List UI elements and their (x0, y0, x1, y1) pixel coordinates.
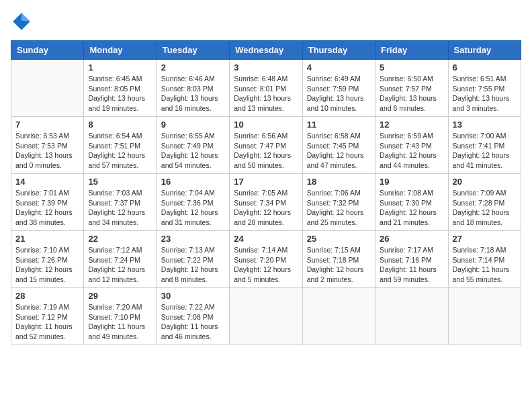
day-cell (230, 288, 302, 345)
day-number: 19 (380, 177, 443, 187)
day-cell: 19Sunrise: 7:08 AM Sunset: 7:30 PM Dayli… (375, 174, 448, 231)
page-header (11, 11, 521, 32)
day-cell: 3Sunrise: 6:48 AM Sunset: 8:01 PM Daylig… (230, 60, 302, 117)
calendar-table: SundayMondayTuesdayWednesdayThursdayFrid… (11, 40, 521, 345)
day-number: 2 (161, 62, 225, 73)
day-number: 18 (307, 177, 371, 187)
day-info: Sunrise: 6:45 AM Sunset: 8:05 PM Dayligh… (88, 74, 152, 113)
day-info: Sunrise: 7:08 AM Sunset: 7:30 PM Dayligh… (380, 188, 443, 228)
day-info: Sunrise: 6:50 AM Sunset: 7:57 PM Dayligh… (380, 74, 443, 113)
day-info: Sunrise: 7:03 AM Sunset: 7:37 PM Dayligh… (88, 188, 152, 228)
day-cell: 29Sunrise: 7:20 AM Sunset: 7:10 PM Dayli… (84, 288, 157, 345)
day-number: 28 (15, 291, 79, 301)
day-number: 27 (453, 234, 517, 244)
day-number: 12 (380, 120, 443, 130)
day-cell: 4Sunrise: 6:49 AM Sunset: 7:59 PM Daylig… (302, 60, 375, 117)
day-cell: 22Sunrise: 7:12 AM Sunset: 7:24 PM Dayli… (84, 231, 157, 288)
day-info: Sunrise: 7:06 AM Sunset: 7:32 PM Dayligh… (307, 188, 371, 228)
day-number: 3 (234, 62, 298, 73)
day-info: Sunrise: 6:46 AM Sunset: 8:03 PM Dayligh… (161, 74, 225, 113)
day-info: Sunrise: 6:51 AM Sunset: 7:55 PM Dayligh… (453, 74, 517, 113)
weekday-header: Monday (84, 41, 157, 60)
day-number: 14 (15, 177, 79, 187)
day-number: 8 (88, 120, 152, 130)
day-info: Sunrise: 7:01 AM Sunset: 7:39 PM Dayligh… (15, 188, 79, 228)
day-info: Sunrise: 6:53 AM Sunset: 7:53 PM Dayligh… (15, 131, 79, 171)
day-number: 25 (307, 234, 371, 244)
day-number: 6 (453, 62, 517, 73)
day-cell: 20Sunrise: 7:09 AM Sunset: 7:28 PM Dayli… (448, 174, 521, 231)
day-info: Sunrise: 6:59 AM Sunset: 7:43 PM Dayligh… (380, 131, 443, 171)
day-info: Sunrise: 7:05 AM Sunset: 7:34 PM Dayligh… (234, 188, 298, 228)
day-number: 17 (234, 177, 298, 187)
day-number: 30 (161, 291, 225, 301)
day-cell (448, 288, 521, 345)
day-number: 5 (380, 62, 443, 73)
day-cell: 2Sunrise: 6:46 AM Sunset: 8:03 PM Daylig… (157, 60, 229, 117)
day-info: Sunrise: 7:12 AM Sunset: 7:24 PM Dayligh… (88, 245, 152, 285)
day-info: Sunrise: 6:58 AM Sunset: 7:45 PM Dayligh… (307, 131, 371, 171)
weekday-header: Thursday (302, 41, 375, 60)
day-cell: 24Sunrise: 7:14 AM Sunset: 7:20 PM Dayli… (230, 231, 302, 288)
day-number: 4 (307, 62, 371, 73)
logo (11, 11, 35, 32)
week-row: 21Sunrise: 7:10 AM Sunset: 7:26 PM Dayli… (11, 231, 521, 288)
day-cell: 8Sunrise: 6:54 AM Sunset: 7:51 PM Daylig… (84, 117, 157, 174)
weekday-header: Wednesday (230, 41, 302, 60)
week-row: 1Sunrise: 6:45 AM Sunset: 8:05 PM Daylig… (11, 60, 521, 117)
weekday-header: Tuesday (157, 41, 229, 60)
day-cell: 16Sunrise: 7:04 AM Sunset: 7:36 PM Dayli… (157, 174, 229, 231)
day-info: Sunrise: 7:19 AM Sunset: 7:12 PM Dayligh… (15, 302, 79, 342)
day-number: 26 (380, 234, 443, 244)
day-info: Sunrise: 7:15 AM Sunset: 7:18 PM Dayligh… (307, 245, 371, 285)
day-info: Sunrise: 7:20 AM Sunset: 7:10 PM Dayligh… (88, 302, 152, 342)
weekday-header: Sunday (11, 41, 84, 60)
day-cell: 25Sunrise: 7:15 AM Sunset: 7:18 PM Dayli… (302, 231, 375, 288)
day-number: 15 (88, 177, 152, 187)
day-number: 23 (161, 234, 225, 244)
day-cell: 27Sunrise: 7:18 AM Sunset: 7:14 PM Dayli… (448, 231, 521, 288)
day-info: Sunrise: 6:55 AM Sunset: 7:49 PM Dayligh… (161, 131, 225, 171)
day-cell: 23Sunrise: 7:13 AM Sunset: 7:22 PM Dayli… (157, 231, 229, 288)
day-number: 13 (453, 120, 517, 130)
day-info: Sunrise: 7:14 AM Sunset: 7:20 PM Dayligh… (234, 245, 298, 285)
weekday-header: Friday (375, 41, 448, 60)
day-info: Sunrise: 7:00 AM Sunset: 7:41 PM Dayligh… (453, 131, 517, 171)
day-cell: 14Sunrise: 7:01 AM Sunset: 7:39 PM Dayli… (11, 174, 84, 231)
day-info: Sunrise: 7:17 AM Sunset: 7:16 PM Dayligh… (380, 245, 443, 285)
day-info: Sunrise: 7:13 AM Sunset: 7:22 PM Dayligh… (161, 245, 225, 285)
weekday-header: Saturday (448, 41, 521, 60)
day-info: Sunrise: 6:48 AM Sunset: 8:01 PM Dayligh… (234, 74, 298, 113)
day-number: 16 (161, 177, 225, 187)
day-cell: 17Sunrise: 7:05 AM Sunset: 7:34 PM Dayli… (230, 174, 302, 231)
day-info: Sunrise: 6:49 AM Sunset: 7:59 PM Dayligh… (307, 74, 371, 113)
day-cell: 7Sunrise: 6:53 AM Sunset: 7:53 PM Daylig… (11, 117, 84, 174)
day-number: 24 (234, 234, 298, 244)
day-info: Sunrise: 7:04 AM Sunset: 7:36 PM Dayligh… (161, 188, 225, 228)
day-info: Sunrise: 7:09 AM Sunset: 7:28 PM Dayligh… (453, 188, 517, 228)
weekday-header-row: SundayMondayTuesdayWednesdayThursdayFrid… (11, 41, 521, 60)
day-cell: 18Sunrise: 7:06 AM Sunset: 7:32 PM Dayli… (302, 174, 375, 231)
day-number: 10 (234, 120, 298, 130)
day-cell: 1Sunrise: 6:45 AM Sunset: 8:05 PM Daylig… (84, 60, 157, 117)
day-cell (11, 60, 84, 117)
day-cell: 10Sunrise: 6:56 AM Sunset: 7:47 PM Dayli… (230, 117, 302, 174)
day-number: 21 (15, 234, 79, 244)
day-number: 1 (88, 62, 152, 73)
day-number: 29 (88, 291, 152, 301)
day-cell: 26Sunrise: 7:17 AM Sunset: 7:16 PM Dayli… (375, 231, 448, 288)
day-cell: 13Sunrise: 7:00 AM Sunset: 7:41 PM Dayli… (448, 117, 521, 174)
day-cell: 21Sunrise: 7:10 AM Sunset: 7:26 PM Dayli… (11, 231, 84, 288)
day-cell: 28Sunrise: 7:19 AM Sunset: 7:12 PM Dayli… (11, 288, 84, 345)
day-info: Sunrise: 7:10 AM Sunset: 7:26 PM Dayligh… (15, 245, 79, 285)
day-cell: 15Sunrise: 7:03 AM Sunset: 7:37 PM Dayli… (84, 174, 157, 231)
week-row: 14Sunrise: 7:01 AM Sunset: 7:39 PM Dayli… (11, 174, 521, 231)
svg-marker-1 (21, 13, 30, 21)
day-number: 22 (88, 234, 152, 244)
day-cell: 30Sunrise: 7:22 AM Sunset: 7:08 PM Dayli… (157, 288, 229, 345)
day-number: 7 (15, 120, 79, 130)
day-number: 9 (161, 120, 225, 130)
day-number: 20 (453, 177, 517, 187)
logo-icon (11, 11, 32, 32)
day-cell: 6Sunrise: 6:51 AM Sunset: 7:55 PM Daylig… (448, 60, 521, 117)
